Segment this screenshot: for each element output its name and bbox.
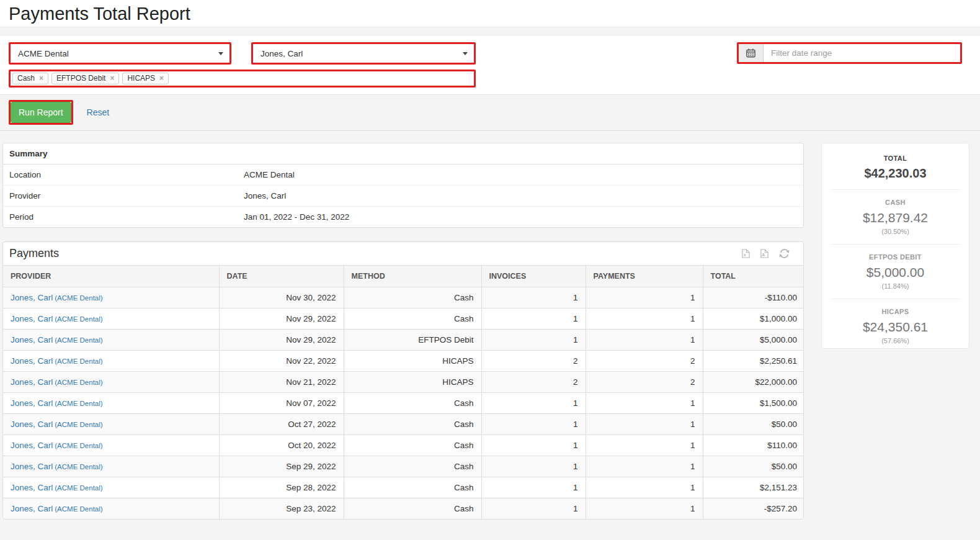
hicaps-percent: (57.66%) [822,337,969,344]
summary-row: Period Jan 01, 2022 - Dec 31, 2022 [3,206,803,227]
remove-chip-icon[interactable]: × [39,74,43,82]
cell-total: $50.00 [703,414,804,435]
cell-method: Cash [344,435,481,456]
remove-chip-icon[interactable]: × [159,74,164,82]
reset-link[interactable]: Reset [87,107,110,117]
date-range-input[interactable] [764,44,960,62]
provider-link[interactable]: Jones, Carl(ACME Dental) [11,293,103,302]
summary-label: Location [9,170,244,179]
table-row: Jones, Carl(ACME Dental) Nov 21, 2022 HI… [3,372,804,393]
run-report-button[interactable]: Run Report [11,102,71,123]
provider-link[interactable]: Jones, Carl(ACME Dental) [11,504,103,513]
total-amount: $42,230.03 [822,166,969,181]
cell-date: Nov 21, 2022 [219,372,344,393]
cell-date: Oct 27, 2022 [219,414,344,435]
cell-payments: 1 [586,477,703,498]
cell-method: EFTPOS Debit [344,330,481,351]
cell-invoices: 1 [481,456,586,477]
remove-chip-icon[interactable]: × [110,74,114,82]
cell-invoices: 2 [481,372,586,393]
cell-method: Cash [344,456,481,477]
method-chip[interactable]: EFTPOS Debit × [51,73,119,84]
cell-total: $2,151.23 [703,477,804,498]
summary-row: Location ACME Dental [3,164,803,185]
cell-method: Cash [344,498,481,520]
col-date: DATE [219,266,344,287]
provider-link[interactable]: Jones, Carl(ACME Dental) [11,398,103,408]
cell-total: $2,250.61 [703,351,804,372]
cell-total: $5,000.00 [703,330,804,351]
method-chip-label: EFTPOS Debit [56,74,105,83]
cell-date: Nov 29, 2022 [219,308,344,330]
provider-link[interactable]: Jones, Carl(ACME Dental) [11,356,103,366]
calendar-addon[interactable] [739,44,764,62]
provider-link[interactable]: Jones, Carl(ACME Dental) [11,462,103,471]
table-row: Jones, Carl(ACME Dental) Nov 07, 2022 Ca… [3,393,804,414]
method-chip[interactable]: HICAPS × [122,73,169,84]
summary-row: Provider Jones, Carl [3,185,803,206]
cell-invoices: 1 [481,414,586,435]
col-invoices: INVOICES [481,266,586,287]
annotation-box-location: ACME Dental [9,42,231,65]
page-header: Payments Total Report [0,0,980,27]
total-section: TOTAL $42,230.03 [822,155,969,181]
cell-payments: 1 [586,456,703,477]
cell-method: HICAPS [344,372,481,393]
col-provider: PROVIDER [3,266,219,287]
provider-link[interactable]: Jones, Carl(ACME Dental) [11,377,103,387]
payments-table: PROVIDER DATE METHOD INVOICES PAYMENTS T… [3,265,804,519]
svg-text:x: x [744,253,746,257]
cell-payments: 1 [586,308,703,330]
refresh-icon [779,248,790,259]
cell-total: -$110.00 [703,287,804,308]
page-title: Payments Total Report [9,4,971,23]
summary-value: Jan 01, 2022 - Dec 31, 2022 [244,212,349,222]
payments-heading: Payments [9,247,59,260]
provider-select[interactable]: Jones, Carl [253,44,474,63]
annotation-box-run: Run Report [9,100,73,125]
cell-method: Cash [344,477,481,498]
payments-card: Payments x A [2,241,804,520]
cell-total: $1,000.00 [703,308,804,330]
location-select-value: ACME Dental [18,49,69,58]
col-payments: PAYMENTS [586,266,703,287]
cell-payments: 1 [586,498,703,520]
cell-invoices: 1 [481,287,586,308]
provider-link[interactable]: Jones, Carl(ACME Dental) [11,314,103,323]
cell-total: $22,000.00 [703,372,804,393]
cell-total: $50.00 [703,456,804,477]
filter-panel: ACME Dental Jones, Carl [0,36,980,95]
cell-invoices: 1 [481,477,586,498]
annotation-box-provider: Jones, Carl [251,42,476,65]
divider [831,244,960,245]
provider-link[interactable]: Jones, Carl(ACME Dental) [11,483,103,492]
export-pdf-button[interactable]: A [760,249,768,258]
total-label: TOTAL [822,155,969,162]
svg-text:A: A [762,253,765,257]
cell-invoices: 1 [481,330,586,351]
summary-heading: Summary [3,143,803,164]
cash-percent: (30.50%) [822,228,969,235]
provider-link[interactable]: Jones, Carl(ACME Dental) [11,335,103,344]
cell-payments: 1 [586,435,703,456]
provider-link[interactable]: Jones, Carl(ACME Dental) [11,441,103,450]
export-excel-button[interactable]: x [742,249,750,258]
chevron-down-icon [463,52,468,55]
cell-date: Nov 29, 2022 [219,330,344,351]
method-chip[interactable]: Cash × [12,73,48,84]
location-select[interactable]: ACME Dental [11,44,229,63]
divider [831,299,960,299]
provider-link[interactable]: Jones, Carl(ACME Dental) [11,420,103,429]
cell-invoices: 1 [481,435,586,456]
cell-payments: 1 [586,393,703,414]
cell-date: Nov 22, 2022 [219,351,344,372]
refresh-button[interactable] [779,248,790,259]
summary-label: Provider [9,191,244,200]
cash-section: CASH $12,879.42 (30.50%) [822,199,969,235]
cell-invoices: 1 [481,498,586,520]
action-bar: Run Report Reset [0,95,980,131]
method-multiselect[interactable]: Cash × EFTPOS Debit × HICAPS × [11,71,474,86]
cell-payments: 2 [586,351,703,372]
eftpos-percent: (11.84%) [822,282,969,290]
table-row: Jones, Carl(ACME Dental) Sep 28, 2022 Ca… [3,477,804,498]
